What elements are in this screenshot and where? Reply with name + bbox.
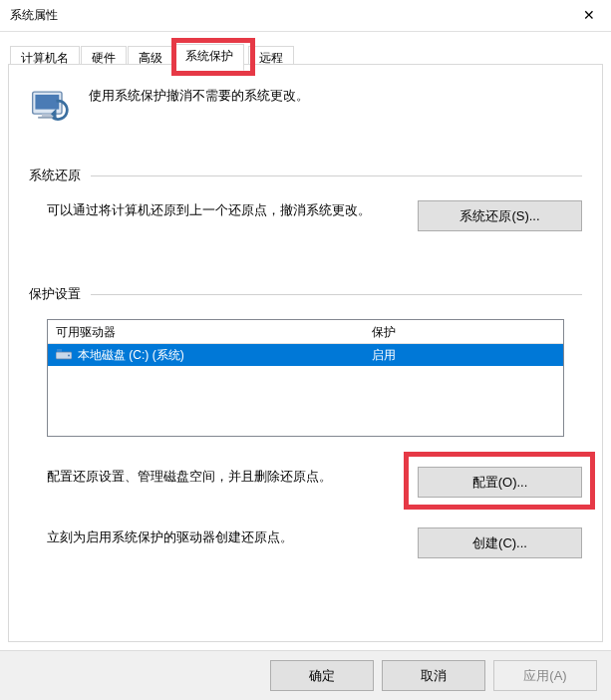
- config-row: 配置还原设置、管理磁盘空间，并且删除还原点。 配置(O)...: [29, 467, 582, 498]
- create-button[interactable]: 创建(C)...: [418, 527, 582, 558]
- system-protection-icon: [29, 83, 73, 127]
- svg-rect-7: [57, 349, 62, 352]
- svg-rect-2: [42, 114, 53, 117]
- drive-name-cell: 本地磁盘 (C:) (系统): [48, 343, 364, 368]
- drive-name: 本地磁盘 (C:) (系统): [78, 348, 184, 362]
- section-protect-header: 保护设置: [29, 285, 582, 303]
- configure-button[interactable]: 配置(O)...: [418, 467, 582, 498]
- config-description: 配置还原设置、管理磁盘空间，并且删除还原点。: [47, 467, 398, 488]
- drives-list[interactable]: 可用驱动器 保护 本地磁盘 (C:) (系统) 启用: [47, 319, 564, 437]
- drive-row[interactable]: 本地磁盘 (C:) (系统) 启用: [48, 344, 563, 366]
- drives-header: 可用驱动器 保护: [48, 320, 563, 344]
- create-description: 立刻为启用系统保护的驱动器创建还原点。: [47, 527, 398, 548]
- ok-button[interactable]: 确定: [270, 660, 374, 691]
- tab-panel: 使用系统保护撤消不需要的系统更改。 系统还原 可以通过将计算机还原到上一个还原点…: [8, 64, 603, 642]
- column-protection[interactable]: 保护: [364, 320, 563, 343]
- intro-text: 使用系统保护撤消不需要的系统更改。: [89, 83, 309, 105]
- divider: [91, 294, 582, 295]
- system-restore-button[interactable]: 系统还原(S)...: [418, 200, 582, 231]
- title-bar: 系统属性 ✕: [0, 0, 611, 32]
- drive-icon: [56, 349, 72, 361]
- apply-button: 应用(A): [493, 660, 597, 691]
- drive-status: 启用: [364, 343, 563, 368]
- column-drive[interactable]: 可用驱动器: [48, 320, 364, 343]
- close-icon: ✕: [583, 7, 595, 23]
- cancel-button[interactable]: 取消: [382, 660, 485, 691]
- dialog-button-bar: 确定 取消 应用(A): [0, 650, 611, 700]
- close-button[interactable]: ✕: [566, 0, 611, 30]
- section-protect-heading: 保护设置: [29, 285, 81, 303]
- section-restore-header: 系统还原: [29, 167, 582, 184]
- divider: [91, 175, 582, 176]
- intro-row: 使用系统保护撤消不需要的系统更改。: [29, 83, 582, 127]
- section-restore-heading: 系统还原: [29, 167, 81, 184]
- create-row: 立刻为启用系统保护的驱动器创建还原点。 创建(C)...: [29, 527, 582, 558]
- svg-rect-1: [35, 95, 59, 110]
- window-title: 系统属性: [10, 7, 58, 24]
- restore-row: 可以通过将计算机还原到上一个还原点，撤消系统更改。 系统还原(S)...: [29, 200, 582, 231]
- svg-point-6: [68, 355, 70, 357]
- tab-system-protection[interactable]: 系统保护: [174, 44, 244, 71]
- restore-description: 可以通过将计算机还原到上一个还原点，撤消系统更改。: [47, 200, 398, 221]
